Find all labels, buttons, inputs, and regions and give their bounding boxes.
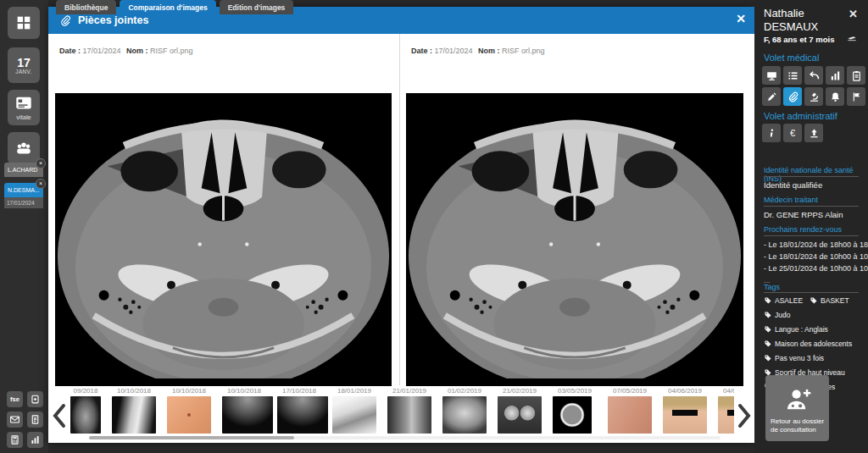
tab-biblioth-que[interactable]: Bibliothèque xyxy=(56,0,116,14)
attachment-thumbnail[interactable]: 10/10/2018 xyxy=(167,386,211,437)
face-photo-thumbnail-image xyxy=(608,396,652,434)
mail-button[interactable] xyxy=(7,412,23,428)
syringe-button[interactable] xyxy=(762,87,781,106)
close-icon[interactable]: ✕ xyxy=(736,13,746,25)
doctor-title: Médecin traitant xyxy=(764,196,818,204)
paperclip-icon xyxy=(787,91,799,103)
chevron-left-icon[interactable] xyxy=(52,403,67,428)
euro-button[interactable]: € xyxy=(783,124,802,142)
thumbnail-filmstrip: 09/201810/10/201810/10/201810/10/201817/… xyxy=(70,386,734,437)
attachment-thumbnail[interactable]: 21/02/2019 xyxy=(498,386,542,437)
attachment-thumbnail[interactable]: 21/01/2019 xyxy=(387,386,431,437)
app-root: { "colors":{"accent_blue":"#1877bd","act… xyxy=(0,0,868,453)
statistics-icon xyxy=(30,434,41,445)
consultation-list-icon xyxy=(787,69,799,82)
attachment-thumbnail[interactable]: 04/06/2019 xyxy=(718,386,734,437)
info-icon xyxy=(765,127,778,140)
calendar-month: JANV. xyxy=(15,69,31,75)
fse-button[interactable]: fse xyxy=(7,391,23,407)
divider xyxy=(764,206,859,207)
ribbon-button[interactable] xyxy=(847,87,865,106)
tag-item: Judo xyxy=(764,308,790,321)
statistics-icon xyxy=(829,69,842,82)
patient-tab-achard[interactable]: L.ACHARD × xyxy=(4,163,43,177)
attachment-thumbnail[interactable]: 18/01/2019 xyxy=(332,386,376,437)
undo-button[interactable] xyxy=(804,66,823,85)
back-to-consultation-button[interactable]: Retour au dossier de consultation xyxy=(765,375,829,441)
edit-pencil-icon[interactable] xyxy=(846,30,858,42)
attachment-thumbnail[interactable]: 10/10/2018 xyxy=(222,386,266,437)
attachment-thumbnail[interactable]: 01/02/2019 xyxy=(442,386,487,437)
attachment-thumbnail[interactable]: 17/10/2018 xyxy=(277,386,321,437)
ct-image-right xyxy=(406,93,743,386)
thumbnail-date: 18/01/2019 xyxy=(332,386,376,396)
consultation-list-button[interactable] xyxy=(783,66,802,85)
ultrasound-thumbnail-image xyxy=(277,396,328,434)
close-icon[interactable]: × xyxy=(36,179,46,189)
carte-vitale-button[interactable]: vitale xyxy=(8,90,40,125)
appointment-item: - Le 18/01/2024 de 10h00 à 10h15 xyxy=(764,251,868,262)
skin-photo-thumbnail-image xyxy=(167,396,211,434)
patient-tab-date: 17/01/2024 xyxy=(4,197,43,208)
doctor-value: Dr. GENE RPPS Alain xyxy=(764,210,843,219)
left-sidebar: 17 JANV. vitale L.ACHARD × N.DESMA... × … xyxy=(0,0,48,453)
portrait-thumbnail-image xyxy=(718,396,734,434)
patients-group-button[interactable] xyxy=(8,132,40,164)
grid-icon xyxy=(14,14,33,32)
clipboard-icon xyxy=(850,69,863,82)
clipboard-button[interactable] xyxy=(847,66,865,85)
statistics-button[interactable] xyxy=(27,432,43,448)
tag-item: ASALEE xyxy=(764,294,803,307)
paperclip-button[interactable] xyxy=(783,87,802,106)
calculator-button[interactable] xyxy=(7,432,23,448)
attachment-thumbnail[interactable]: 09/2018 xyxy=(70,386,101,437)
tag-icon xyxy=(810,296,818,305)
divider xyxy=(764,235,859,236)
patient-tab-desmaux[interactable]: N.DESMA... × xyxy=(4,183,43,197)
tag-label: Maison des adolescents xyxy=(775,340,852,348)
apps-grid-button[interactable] xyxy=(8,7,40,39)
tab-comparaison-d-images[interactable]: Comparaison d'images xyxy=(120,0,215,14)
microscope-button[interactable] xyxy=(804,87,823,106)
thumbnail-date: 10/10/2018 xyxy=(222,386,266,396)
calendar-button[interactable]: 17 JANV. xyxy=(8,47,40,83)
thumbnail-date: 10/10/2018 xyxy=(112,386,156,396)
modal-title: Pièces jointes xyxy=(78,14,148,26)
close-icon[interactable]: ✕ xyxy=(849,8,858,20)
prescription-button[interactable] xyxy=(27,412,43,428)
view-tabs: BibliothèqueComparaison d'imagesEdition … xyxy=(56,0,293,14)
paperclip-icon xyxy=(59,14,78,26)
attachment-thumbnail[interactable]: 04/06/2019 xyxy=(663,386,707,437)
tag-icon xyxy=(764,296,772,305)
attachment-thumbnail[interactable]: 03/05/2019 xyxy=(553,386,597,437)
tag-item: Maison des adolescents xyxy=(764,337,864,350)
workstation-button[interactable] xyxy=(762,66,781,85)
chevron-right-icon[interactable] xyxy=(737,403,752,428)
bell-button[interactable] xyxy=(826,87,844,106)
people-icon xyxy=(14,139,33,157)
upload-button[interactable] xyxy=(804,124,823,142)
statistics-button[interactable] xyxy=(826,66,844,85)
info-button[interactable] xyxy=(762,124,781,142)
tag-icon xyxy=(764,325,772,334)
appointment-item: - Le 25/01/2024 de 10h00 à 10h15 xyxy=(764,262,868,274)
workstation-icon xyxy=(765,69,778,82)
attachment-thumbnail[interactable]: 10/10/2018 xyxy=(112,386,156,437)
attachment-thumbnail[interactable]: 07/05/2019 xyxy=(608,386,652,437)
mri-knee-thumbnail-image xyxy=(387,396,431,434)
tab-edition-d-images[interactable]: Edition d'images xyxy=(220,0,294,14)
tag-item: Langue : Anglais xyxy=(764,323,864,335)
medical-icons-row1 xyxy=(762,66,865,85)
tag-label: ASALEE xyxy=(775,296,803,305)
divider xyxy=(764,176,859,177)
appointments-list: - Le 18/01/2024 de 18h00 à 18h15- Le 18/… xyxy=(764,239,868,274)
calendar-day: 17 xyxy=(17,57,31,69)
ins-value: Identité qualifiée xyxy=(764,180,822,190)
thumbnail-date: 10/10/2018 xyxy=(167,386,211,396)
close-icon[interactable]: × xyxy=(36,158,46,168)
medicine-box-button[interactable] xyxy=(27,391,43,407)
thumbnail-date: 09/2018 xyxy=(70,386,101,396)
vitale-label: vitale xyxy=(16,113,31,121)
portrait-thumbnail-image xyxy=(663,396,707,434)
filmstrip-scrollbar[interactable] xyxy=(89,436,294,439)
